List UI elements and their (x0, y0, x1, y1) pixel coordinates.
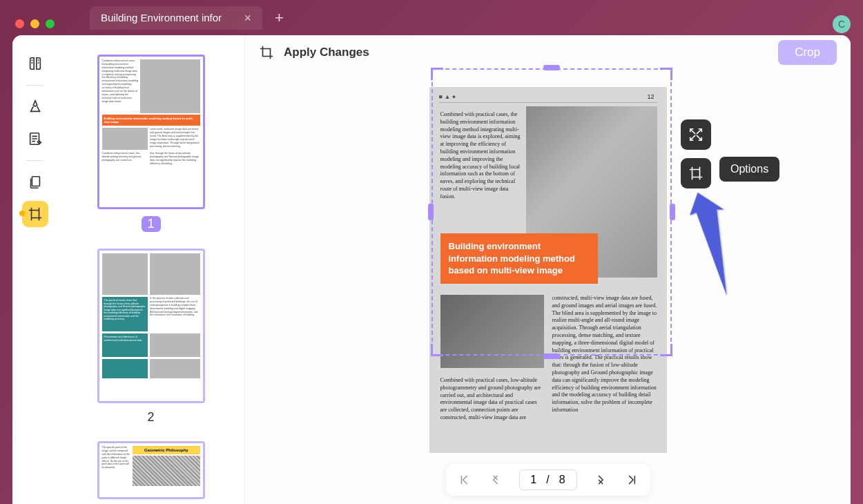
close-icon[interactable]: × (244, 12, 251, 24)
separator (26, 160, 43, 161)
thumbnail-page-2[interactable]: The practical results show that: through… (97, 249, 205, 403)
doc-heading: Building environment information modelin… (440, 233, 598, 284)
page-number-label: 12 (647, 93, 654, 101)
highlighter-tool-icon[interactable] (22, 94, 48, 120)
main-area: Apply Changes Crop ■ ▲ ● 12 Combined wit… (245, 35, 851, 504)
document-page: ■ ▲ ● 12 Combined with practical cases, … (429, 87, 667, 453)
doc-paragraph-2: constructed, multi-view image data are f… (552, 295, 657, 414)
first-page-button[interactable] (458, 474, 470, 486)
top-bar: Apply Changes Crop (245, 35, 851, 70)
tab-document[interactable]: Building Environment infor × (90, 6, 262, 30)
separator (26, 85, 43, 86)
doc-paragraph-1: Combined with practical cases, the build… (440, 111, 523, 201)
page-number-2: 2 (71, 410, 231, 425)
page-marks: ■ ▲ ● (439, 93, 456, 101)
svg-rect-1 (32, 177, 39, 186)
tab-title: Building Environment infor (101, 12, 235, 23)
crop-icon (259, 45, 274, 60)
next-page-button[interactable] (595, 474, 608, 486)
prev-page-button[interactable] (488, 474, 501, 486)
page-number-1: 1 (142, 216, 161, 232)
left-toolbar (12, 35, 57, 504)
doc-paragraph-3: Combined with practical cases, low-altit… (440, 377, 544, 422)
crop-options-icon[interactable] (681, 158, 711, 188)
thumbnails-panel[interactable]: Combined with practical cases, the build… (57, 35, 245, 504)
book-tool-icon[interactable] (22, 50, 48, 77)
page-indicator[interactable]: 1 / 8 (518, 469, 576, 490)
titlebar: Building Environment infor × + (0, 0, 863, 35)
pages-tool-icon[interactable] (22, 169, 48, 195)
thumbnail-page-3[interactable]: The specific pixel of the image can be c… (97, 441, 205, 499)
thumbnail-page-1[interactable]: Combined with practical cases, the build… (97, 55, 205, 209)
new-tab-button[interactable]: + (275, 9, 284, 27)
apply-changes-label: Apply Changes (284, 46, 369, 59)
crop-tool-icon[interactable] (22, 201, 48, 227)
window-close[interactable] (15, 19, 24, 28)
avatar[interactable]: C (833, 15, 851, 33)
doc-image-workstation (440, 295, 544, 368)
arrow-annotation (688, 184, 737, 308)
window-minimize[interactable] (30, 19, 39, 28)
last-page-button[interactable] (626, 474, 638, 486)
page-navigation: 1 / 8 (445, 464, 650, 496)
options-tooltip: Options (719, 157, 779, 182)
window-maximize[interactable] (46, 19, 55, 28)
document-viewport: ■ ▲ ● 12 Combined with practical cases, … (245, 70, 851, 504)
edit-tool-icon[interactable] (22, 126, 48, 152)
fullscreen-crop-icon[interactable] (681, 119, 711, 150)
app-window: Combined with practical cases, the build… (12, 35, 851, 504)
crop-tools: Options (681, 119, 711, 188)
crop-button[interactable]: Crop (778, 40, 837, 65)
